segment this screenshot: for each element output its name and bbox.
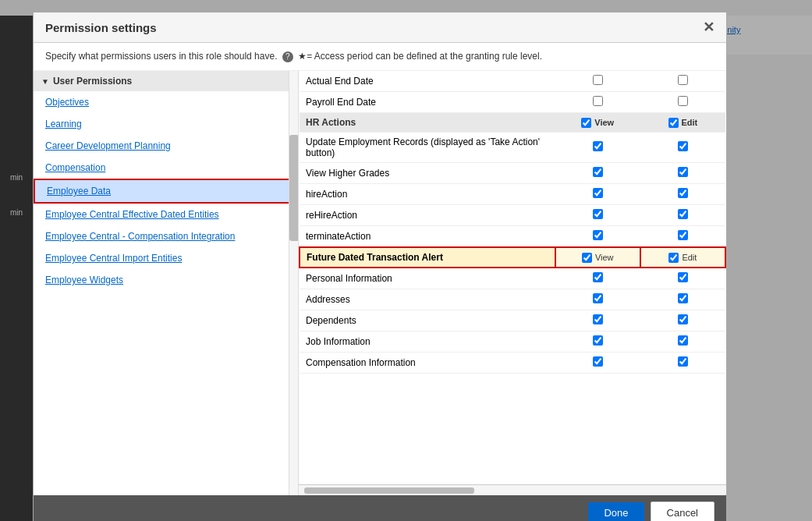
table-row: Actual End Date: [300, 71, 725, 92]
row-name: Compensation Information: [300, 353, 555, 374]
checkbox-edit[interactable]: [678, 75, 688, 85]
modal-header: Permission settings ✕: [34, 12, 726, 43]
permission-settings-modal: Permission settings ✕ Specify what permi…: [33, 12, 727, 521]
view-label: View: [594, 118, 614, 127]
row-view: [555, 226, 640, 248]
checkbox-view[interactable]: [593, 356, 603, 367]
checkbox-view[interactable]: [593, 272, 603, 282]
checkbox-view[interactable]: [593, 188, 603, 198]
section-label: User Permissions: [53, 76, 132, 87]
row-name: terminateAction: [300, 226, 555, 248]
row-name: Dependents: [300, 310, 555, 331]
row-edit: [640, 133, 725, 163]
checkbox-view[interactable]: [593, 75, 603, 85]
checkbox-view[interactable]: [593, 96, 603, 106]
table-row: reHireAction: [300, 205, 725, 226]
checkbox-edit[interactable]: [678, 335, 688, 346]
table-row: Update Employment Records (displayed as …: [300, 133, 725, 163]
table-row: Job Information: [300, 331, 725, 353]
cancel-button[interactable]: Cancel: [651, 502, 714, 521]
sidebar-item-objectives[interactable]: Objectives: [34, 91, 298, 113]
checkbox-edit[interactable]: [678, 141, 688, 151]
row-view: [555, 163, 640, 184]
edit-label: Edit: [682, 118, 698, 127]
modal-footer: Done Cancel: [34, 495, 726, 521]
edit-label: Edit: [682, 253, 697, 262]
done-button[interactable]: Done: [588, 502, 644, 521]
row-view: [555, 184, 640, 205]
row-edit: [640, 289, 725, 310]
table-row-future-dated: Future Dated Transaction Alert View: [300, 247, 725, 268]
checkbox-edit[interactable]: [678, 96, 688, 106]
checkbox-view[interactable]: [593, 293, 603, 303]
row-name: Personal Information: [300, 268, 555, 289]
future-dated-edit-checkbox[interactable]: [668, 253, 679, 263]
checkbox-edit[interactable]: [678, 356, 688, 367]
sidebar-item-learning[interactable]: Learning: [34, 113, 298, 135]
checkbox-view[interactable]: [593, 167, 603, 177]
row-edit: [640, 226, 725, 248]
checkbox-edit[interactable]: [678, 209, 688, 219]
checkbox-view[interactable]: [593, 335, 603, 346]
row-view: [555, 353, 640, 374]
row-edit: [640, 92, 725, 113]
view-label: View: [595, 253, 614, 262]
help-icon[interactable]: ?: [282, 51, 293, 62]
sidebar-scrollbar-thumb: [289, 135, 299, 241]
row-view: [555, 71, 640, 92]
checkbox-edit[interactable]: [678, 272, 688, 282]
sidebar-item-compensation[interactable]: Compensation: [34, 157, 298, 179]
row-edit: [640, 71, 725, 92]
section-row-hr-actions: HR Actions View: [300, 113, 725, 133]
checkbox-view[interactable]: [593, 141, 603, 151]
modal-description: Specify what permissions users in this r…: [34, 43, 726, 71]
table-row: View Higher Grades: [300, 163, 725, 184]
future-dated-view-checkbox[interactable]: [582, 253, 592, 263]
user-permissions-section[interactable]: ▼ User Permissions: [34, 71, 298, 91]
row-view: [555, 289, 640, 310]
checkbox-edit[interactable]: [678, 230, 688, 240]
row-edit: [640, 331, 725, 353]
sidebar-item-ec-compensation[interactable]: Employee Central - Compensation Integrat…: [34, 225, 298, 247]
checkbox-view[interactable]: [593, 314, 603, 324]
modal-title: Permission settings: [45, 21, 157, 34]
sidebar-scrollbar[interactable]: [289, 71, 298, 495]
row-edit: [640, 310, 725, 331]
row-name: View Higher Grades: [300, 163, 555, 184]
future-dated-view: View: [555, 247, 640, 268]
sidebar-item-employee-widgets[interactable]: Employee Widgets: [34, 269, 298, 291]
checkbox-edit[interactable]: [678, 188, 688, 198]
h-scroll-thumb: [304, 487, 474, 494]
row-name: Update Employment Records (displayed as …: [300, 133, 555, 163]
checkbox-edit[interactable]: [678, 293, 688, 303]
row-view: [555, 331, 640, 353]
checkbox-view[interactable]: [593, 230, 603, 240]
checkbox-edit[interactable]: [678, 167, 688, 177]
row-view: [555, 205, 640, 226]
section-view-header: View: [555, 113, 640, 133]
horizontal-scrollbar[interactable]: [299, 484, 726, 495]
row-edit: [640, 205, 725, 226]
table-row: terminateAction: [300, 226, 725, 248]
sidebar-item-ec-import[interactable]: Employee Central Import Entities: [34, 247, 298, 269]
future-dated-edit: Edit: [640, 247, 725, 268]
row-edit: [640, 163, 725, 184]
section-edit-header: Edit: [640, 113, 725, 133]
row-name: reHireAction: [300, 205, 555, 226]
table-row: Payroll End Date: [300, 92, 725, 113]
sidebar-item-employee-data[interactable]: Employee Data: [34, 179, 298, 204]
star-note: ★= Access period can be defined at the g…: [298, 51, 542, 62]
row-name: hireAction: [300, 184, 555, 205]
sidebar: ▼ User Permissions Objectives Learning C…: [34, 71, 299, 495]
checkbox-edit[interactable]: [678, 314, 688, 324]
table-row: hireAction: [300, 184, 725, 205]
sidebar-item-ec-effective-dated[interactable]: Employee Central Effective Dated Entitie…: [34, 204, 298, 225]
content-scroll-area[interactable]: Actual End Date Payroll End Date: [299, 71, 726, 484]
sidebar-item-career-development[interactable]: Career Development Planning: [34, 135, 298, 157]
checkbox-view[interactable]: [593, 209, 603, 219]
section-view-checkbox[interactable]: [581, 118, 591, 128]
section-edit-checkbox[interactable]: [668, 118, 679, 128]
modal-close-button[interactable]: ✕: [703, 19, 714, 36]
row-edit: [640, 268, 725, 289]
table-row: Addresses: [300, 289, 725, 310]
